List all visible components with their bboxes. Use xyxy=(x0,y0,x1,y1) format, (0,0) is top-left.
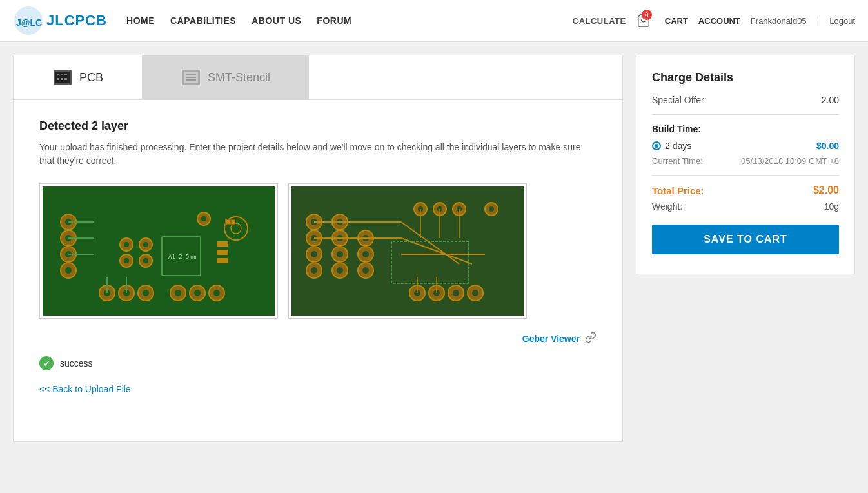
svg-point-34 xyxy=(194,290,201,296)
build-days-label: 2 days xyxy=(665,141,691,151)
charge-title: Charge Details xyxy=(652,71,839,85)
special-offer-row: Special Offer: 2.00 xyxy=(652,95,839,105)
svg-rect-8 xyxy=(57,78,59,80)
radio-2days[interactable] xyxy=(652,141,661,150)
svg-rect-54 xyxy=(232,220,235,224)
svg-text:J@LC: J@LC xyxy=(16,17,42,28)
save-to-cart-button[interactable]: SAVE TO CART xyxy=(652,225,839,254)
svg-point-40 xyxy=(143,242,148,247)
pcb-preview-1: A1 2.5mm xyxy=(39,183,278,319)
svg-point-92 xyxy=(489,206,494,212)
weight-label: Weight: xyxy=(652,201,682,212)
total-price-label: Total Price: xyxy=(652,185,704,196)
back-to-upload-link[interactable]: << Back to Upload File xyxy=(39,384,131,394)
main-nav: HOME CAPABILITIES ABOUT US FORUM xyxy=(126,15,351,26)
pcb-svg-1: A1 2.5mm xyxy=(43,186,275,316)
smt-tab-icon xyxy=(181,67,201,88)
logout-button[interactable]: Logout xyxy=(829,16,855,26)
svg-rect-5 xyxy=(57,74,59,75)
divider-1 xyxy=(652,114,839,115)
svg-point-68 xyxy=(311,251,317,257)
tab-smt[interactable]: SMT-Stencil xyxy=(142,55,309,99)
nav-about[interactable]: ABOUT US xyxy=(252,15,301,26)
svg-point-36 xyxy=(213,290,220,296)
panel-content: Detected 2 layer Your upload has finishe… xyxy=(14,100,622,414)
success-row: ✓ success xyxy=(39,356,597,370)
detected-description: Your upload has finished processing. Ent… xyxy=(39,141,597,168)
divider-2 xyxy=(652,175,839,176)
pcb-canvas-1: A1 2.5mm xyxy=(43,186,275,316)
build-time-label: Build Time: xyxy=(652,124,839,134)
build-days-row: 2 days $0.00 xyxy=(652,141,839,151)
svg-point-46 xyxy=(201,216,206,221)
link-icon xyxy=(585,332,597,346)
svg-rect-53 xyxy=(226,220,230,224)
header: J@LC JLCPCB HOME CAPABILITIES ABOUT US F… xyxy=(0,0,868,42)
svg-point-32 xyxy=(175,290,181,296)
svg-rect-50 xyxy=(217,250,228,255)
svg-point-82 xyxy=(362,251,369,257)
pcb-tab-icon xyxy=(52,67,73,88)
cart-label[interactable]: CART xyxy=(665,16,688,26)
svg-point-76 xyxy=(337,251,343,257)
svg-point-38 xyxy=(124,242,129,247)
svg-point-30 xyxy=(143,290,149,296)
svg-point-44 xyxy=(143,258,148,263)
svg-rect-51 xyxy=(217,258,228,263)
current-time-label: Current Time: xyxy=(652,156,703,166)
logo-area[interactable]: J@LC JLCPCB xyxy=(13,5,107,36)
pcb-svg-2 xyxy=(291,186,524,316)
divider: | xyxy=(817,15,820,26)
weight-row: Weight: 10g xyxy=(652,201,839,212)
cart-badge: 0 xyxy=(642,10,652,20)
geber-viewer-link[interactable]: Geber Viewer xyxy=(522,334,580,344)
account-button[interactable]: ACCOUNT xyxy=(698,16,740,26)
svg-rect-10 xyxy=(64,78,67,80)
cart-area[interactable]: 0 CART xyxy=(636,14,688,28)
tab-pcb-label: PCB xyxy=(79,71,103,85)
current-time-row: Current Time: 05/13/2018 10:09 GMT +8 xyxy=(652,156,839,166)
svg-rect-6 xyxy=(61,74,63,75)
total-price-row: Total Price: $2.00 xyxy=(652,185,839,196)
product-tabs: PCB SMT-Stencil xyxy=(14,55,622,100)
logo-icon: J@LC xyxy=(13,5,44,36)
radio-dot-inner xyxy=(655,144,658,148)
tab-smt-label: SMT-Stencil xyxy=(208,71,270,85)
svg-rect-4 xyxy=(55,72,70,83)
calculate-button[interactable]: CALCULATE xyxy=(573,16,626,26)
svg-point-24 xyxy=(65,267,72,274)
success-icon: ✓ xyxy=(39,356,54,370)
tab-pcb[interactable]: PCB xyxy=(14,55,142,99)
pcb-canvas-2 xyxy=(291,186,524,316)
total-price-value: $2.00 xyxy=(813,185,839,196)
nav-forum[interactable]: FORUM xyxy=(317,15,351,26)
special-offer-label: Special Offer: xyxy=(652,95,707,105)
svg-rect-9 xyxy=(61,78,63,80)
nav-capabilities[interactable]: CAPABILITIES xyxy=(170,15,236,26)
svg-point-42 xyxy=(124,258,129,263)
svg-point-100 xyxy=(472,290,478,296)
left-panel: PCB SMT-Stencil Detected 2 layer Your up… xyxy=(13,55,623,442)
charge-details-panel: Charge Details Special Offer: 2.00 Build… xyxy=(636,55,855,274)
pcb-previews: A1 2.5mm xyxy=(39,183,597,319)
svg-text:A1 2.5mm: A1 2.5mm xyxy=(168,254,196,260)
main-content: PCB SMT-Stencil Detected 2 layer Your up… xyxy=(0,42,868,455)
detected-title: Detected 2 layer xyxy=(39,119,597,133)
build-price-value: $0.00 xyxy=(816,141,839,151)
username-label: Frankdonald05 xyxy=(751,16,807,26)
nav-home[interactable]: HOME xyxy=(126,15,155,26)
svg-rect-16 xyxy=(43,186,275,316)
weight-value: 10g xyxy=(824,201,839,212)
svg-point-78 xyxy=(337,267,343,274)
header-right: CALCULATE 0 CART ACCOUNT Frankdonald05 |… xyxy=(573,14,855,28)
logo-text: JLCPCB xyxy=(46,12,107,29)
current-time-value: 05/13/2018 10:09 GMT +8 xyxy=(741,156,839,166)
svg-point-70 xyxy=(311,267,317,274)
svg-rect-7 xyxy=(64,74,67,75)
pcb-preview-2 xyxy=(288,183,527,319)
special-offer-value: 2.00 xyxy=(822,95,839,105)
svg-point-84 xyxy=(362,267,369,274)
success-text: success xyxy=(60,358,93,368)
svg-rect-49 xyxy=(217,241,228,246)
svg-point-98 xyxy=(453,290,459,296)
